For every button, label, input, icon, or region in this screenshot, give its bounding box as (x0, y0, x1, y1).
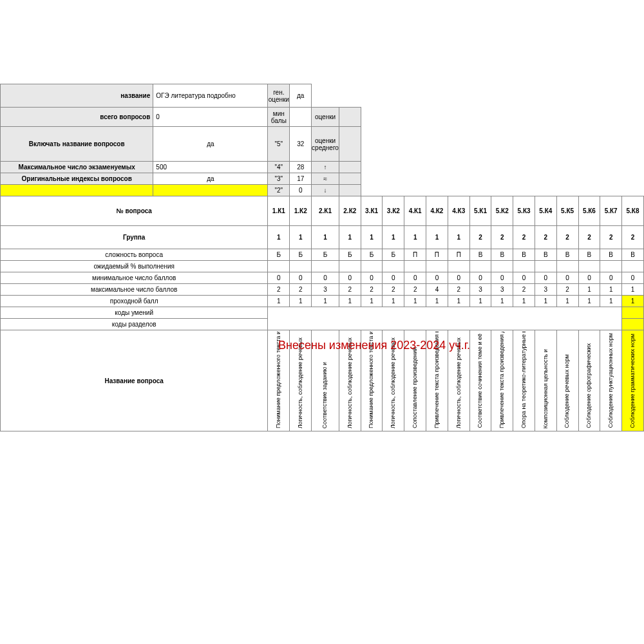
cell[interactable]: 2 (513, 226, 535, 249)
value-include-qname[interactable]: да (153, 127, 268, 162)
cell[interactable]: В (578, 249, 600, 261)
cell[interactable]: 1 (448, 296, 469, 307)
cell[interactable]: В (469, 249, 491, 261)
cell[interactable]: 1 (339, 296, 361, 307)
cell[interactable]: 1 (290, 226, 312, 249)
cell[interactable]: Б (339, 249, 361, 261)
cell[interactable]: Б (268, 249, 290, 261)
cell[interactable]: 1 (448, 226, 469, 249)
cell[interactable]: 1 (339, 226, 361, 249)
cell[interactable]: 1 (383, 226, 404, 249)
cell[interactable]: 3 (535, 284, 556, 296)
cell[interactable]: 0 (312, 272, 339, 284)
cell[interactable]: П (448, 249, 469, 261)
cell[interactable]: 1 (426, 296, 448, 307)
cell[interactable]: 1 (404, 296, 426, 307)
grade-5-val[interactable]: 32 (290, 127, 312, 162)
cell[interactable]: 1 (600, 284, 622, 296)
cell[interactable]: 0 (448, 272, 469, 284)
cell[interactable]: Б (383, 249, 404, 261)
cell[interactable]: 2 (361, 284, 383, 296)
value-orig-idx[interactable]: да (153, 173, 268, 185)
cell[interactable]: 0 (268, 272, 290, 284)
cell[interactable]: 1 (361, 226, 383, 249)
value-total-q[interactable]: 0 (153, 108, 268, 127)
cell[interactable]: 0 (426, 272, 448, 284)
cell[interactable]: В (600, 249, 622, 261)
cell[interactable]: 1 (469, 296, 491, 307)
cell[interactable]: 1 (361, 296, 383, 307)
cell[interactable]: 1 (268, 296, 290, 307)
cell[interactable]: 0 (383, 272, 404, 284)
cell[interactable]: 0 (513, 272, 535, 284)
cell[interactable]: 0 (600, 272, 622, 284)
cell[interactable]: 1 (622, 284, 644, 296)
cell[interactable]: 0 (361, 272, 383, 284)
vhead: Соблюдение орфографических (578, 330, 600, 431)
cell[interactable]: П (426, 249, 448, 261)
cell[interactable]: 1 (426, 226, 448, 249)
cell[interactable]: 2 (535, 226, 556, 249)
cell[interactable]: 0 (469, 272, 491, 284)
cell[interactable]: 1 (383, 296, 404, 307)
value-max-examinees[interactable]: 500 (153, 162, 268, 173)
cell[interactable]: 2 (404, 284, 426, 296)
cell[interactable]: 0 (491, 272, 513, 284)
cell[interactable]: 0 (535, 272, 556, 284)
cell[interactable]: 1 (312, 296, 339, 307)
cell[interactable]: 0 (339, 272, 361, 284)
cell[interactable]: 0 (622, 272, 644, 284)
cell[interactable]: 1 (513, 296, 535, 307)
cell[interactable]: 2 (290, 284, 312, 296)
cell[interactable]: 3 (469, 284, 491, 296)
cell[interactable]: П (404, 249, 426, 261)
cell[interactable]: 0 (578, 272, 600, 284)
cell[interactable]: 2 (600, 226, 622, 249)
cell[interactable]: 1 (556, 296, 578, 307)
cell[interactable]: 1 (535, 296, 556, 307)
spreadsheet: название ОГЭ литература подробно ген. оц… (0, 84, 644, 431)
cell[interactable]: 3 (312, 284, 339, 296)
cell[interactable]: 1 (404, 226, 426, 249)
cell[interactable]: 0 (290, 272, 312, 284)
cell[interactable]: 1 (600, 296, 622, 307)
cell[interactable]: 2 (578, 226, 600, 249)
value-name[interactable]: ОГЭ литература подробно (153, 84, 268, 108)
cell[interactable]: 1 (312, 226, 339, 249)
cell[interactable]: 1 (622, 296, 644, 307)
cell[interactable]: В (556, 249, 578, 261)
cell[interactable]: Б (312, 249, 339, 261)
cell[interactable]: 2 (622, 226, 644, 249)
cell[interactable]: 3 (491, 284, 513, 296)
label-min-scores: мин балы (268, 108, 290, 127)
cell[interactable]: 2 (383, 284, 404, 296)
cell[interactable]: 2 (513, 284, 535, 296)
cell[interactable]: 2 (339, 284, 361, 296)
cell[interactable]: 2 (469, 226, 491, 249)
cell[interactable]: 0 (404, 272, 426, 284)
cell[interactable]: В (491, 249, 513, 261)
grade-2-val[interactable]: 0 (290, 185, 312, 196)
cell[interactable] (268, 261, 290, 272)
cell[interactable]: 1 (290, 296, 312, 307)
cell[interactable]: 2 (448, 284, 469, 296)
cell[interactable]: 1 (578, 296, 600, 307)
cell[interactable]: Б (290, 249, 312, 261)
cell[interactable]: 2 (556, 284, 578, 296)
grid[interactable]: название ОГЭ литература подробно ген. оц… (0, 84, 644, 431)
grade-3-val[interactable]: 17 (290, 173, 312, 185)
cell[interactable]: 2 (491, 226, 513, 249)
cell[interactable]: В (535, 249, 556, 261)
cell[interactable]: 1 (578, 284, 600, 296)
cell[interactable]: Б (361, 249, 383, 261)
cell[interactable]: 2 (556, 226, 578, 249)
value-gen-grades[interactable]: да (290, 84, 312, 108)
cell[interactable]: В (622, 249, 644, 261)
cell[interactable]: 4 (426, 284, 448, 296)
cell[interactable]: 2 (268, 284, 290, 296)
cell[interactable]: 1 (491, 296, 513, 307)
grade-4-val[interactable]: 28 (290, 162, 312, 173)
cell[interactable]: В (513, 249, 535, 261)
cell[interactable]: 0 (556, 272, 578, 284)
cell[interactable]: 1 (268, 226, 290, 249)
